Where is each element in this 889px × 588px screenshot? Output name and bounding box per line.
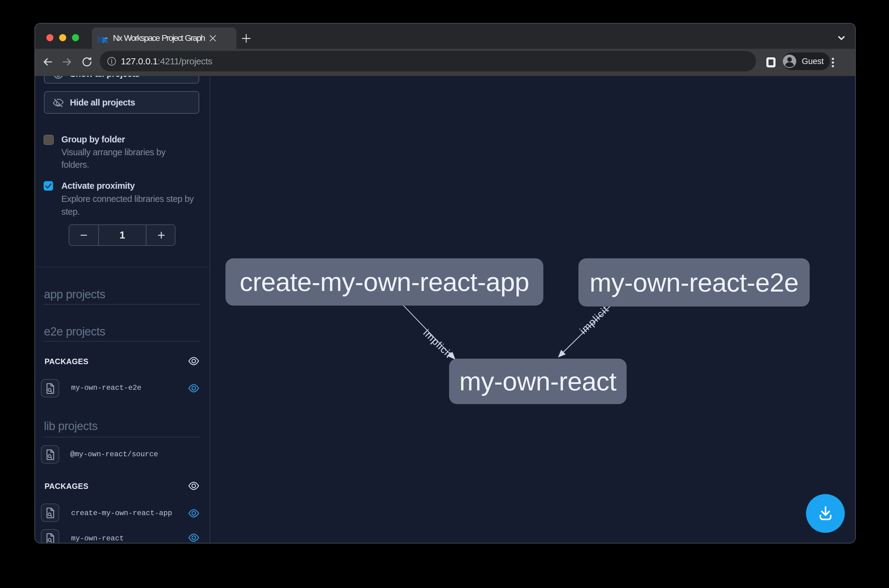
svg-text:implicit: implicit: [421, 327, 455, 360]
svg-text:implicit: implicit: [578, 303, 611, 336]
